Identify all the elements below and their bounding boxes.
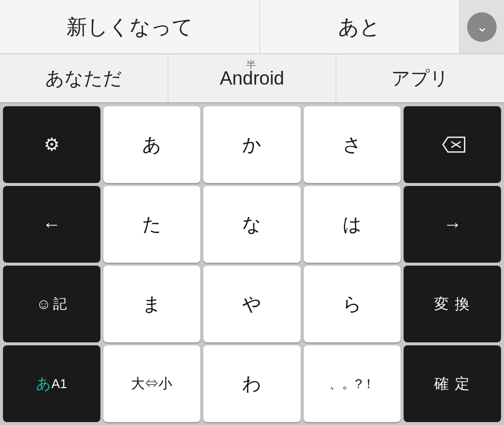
suggestion-item-1[interactable]: 新しくなって [0, 0, 260, 54]
a1-key[interactable]: あ A1 [3, 345, 100, 422]
henkan-key[interactable]: 変 換 [404, 266, 501, 342]
candidate-item-3[interactable]: アプリ [336, 54, 504, 102]
arrow-right-icon: → [443, 214, 462, 235]
key-ha[interactable]: は [304, 186, 401, 263]
candidate-item-1[interactable]: あなただ [0, 54, 168, 102]
candidate-bar: あなただ 半 Android アプリ [0, 54, 504, 103]
key-ta-label: た [142, 212, 161, 237]
arrow-right-key[interactable]: → [404, 186, 501, 263]
key-wa-label: わ [242, 371, 261, 396]
candidate-text-1: あなただ [45, 66, 122, 91]
emoji-kigo-key[interactable]: ☺ 記 [3, 266, 100, 342]
key-row-1: ⚙ あ か さ [3, 106, 501, 183]
keyboard-container: 新しくなって あと ⌄ あなただ 半 Android アプリ ⚙ あ [0, 0, 504, 425]
dakuten-key[interactable]: 大⇔小 [103, 345, 201, 422]
backspace-key[interactable] [404, 106, 501, 183]
suggestion-bar: 新しくなって あと ⌄ [0, 0, 504, 54]
key-ta[interactable]: た [103, 186, 201, 263]
key-sa[interactable]: さ [304, 106, 401, 183]
key-row-4: あ A1 大⇔小 わ 、。?！ 確 定 [3, 345, 501, 422]
key-a[interactable]: あ [103, 106, 201, 183]
suggestion-dropdown[interactable]: ⌄ [460, 0, 504, 54]
key-wa[interactable]: わ [203, 345, 301, 422]
key-ya-label: や [242, 292, 261, 317]
key-ra-label: ら [343, 292, 362, 317]
key-ha-label: は [343, 212, 362, 237]
key-ya[interactable]: や [203, 266, 301, 342]
chevron-down-icon: ⌄ [467, 12, 497, 42]
suggestion-text-1: 新しくなって [66, 13, 193, 41]
key-na-label: な [242, 212, 261, 237]
gear-icon: ⚙ [44, 134, 60, 155]
emoji-kigo-label: ☺ 記 [36, 295, 67, 313]
a1-label: あ A1 [36, 374, 67, 394]
candidate-item-2[interactable]: 半 Android [168, 54, 337, 102]
key-row-3: ☺ 記 ま や ら 変 換 [3, 266, 501, 342]
kigo-label: 記 [53, 295, 67, 313]
key-ma-label: ま [142, 292, 161, 317]
key-na[interactable]: な [203, 186, 301, 263]
punctuation-key[interactable]: 、。?！ [304, 345, 401, 422]
backspace-icon [439, 135, 466, 154]
key-ka-label: か [242, 132, 261, 157]
emoji-icon: ☺ [36, 296, 51, 312]
arrow-left-key[interactable]: ← [3, 186, 100, 263]
key-row-2: ← た な は → [3, 186, 501, 263]
kakutei-label: 確 定 [434, 374, 471, 394]
henkan-label: 変 換 [434, 294, 471, 314]
suggestion-text-2: あと [338, 13, 380, 41]
settings-key[interactable]: ⚙ [3, 106, 100, 183]
kakutei-key[interactable]: 確 定 [404, 345, 501, 422]
key-ra[interactable]: ら [304, 266, 401, 342]
half-mark: 半 [246, 58, 256, 71]
suggestion-item-2[interactable]: あと [260, 0, 460, 54]
key-a-label: あ [142, 132, 161, 157]
a1-hiragana-label: あ [36, 374, 51, 394]
key-sa-label: さ [343, 132, 362, 157]
arrow-left-icon: ← [42, 214, 61, 235]
a1-alpha-label: A1 [51, 376, 67, 392]
key-ka[interactable]: か [203, 106, 301, 183]
punctuation-label: 、。?！ [329, 375, 375, 393]
key-ma[interactable]: ま [103, 266, 201, 342]
dakuten-label: 大⇔小 [131, 374, 172, 393]
candidate-text-3: アプリ [391, 66, 449, 91]
key-rows: ⚙ あ か さ ← た [0, 103, 504, 425]
